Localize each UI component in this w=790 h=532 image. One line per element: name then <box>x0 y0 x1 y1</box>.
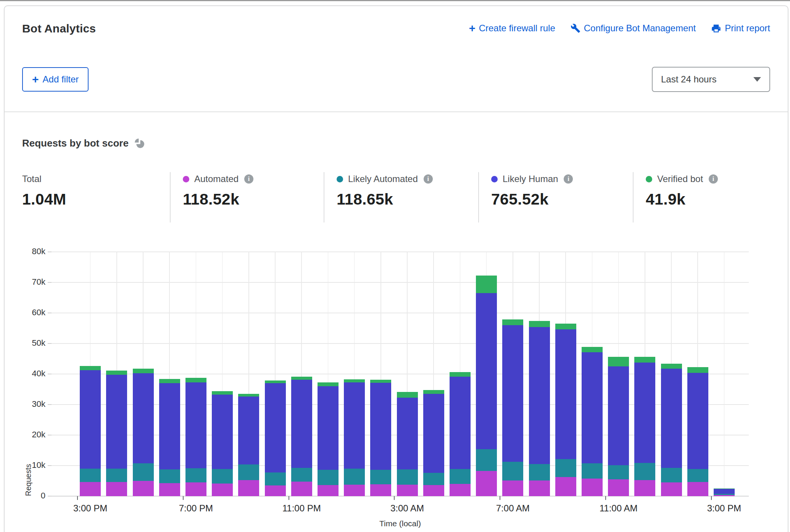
bar-5-00-am[interactable] <box>450 372 471 496</box>
bar-10-00-am[interactable] <box>582 347 603 496</box>
bar-12-00-pm[interactable] <box>634 357 655 496</box>
segment-likely-human <box>714 489 735 494</box>
segment-verified-bot <box>423 390 444 394</box>
x-tick-mark <box>394 496 395 500</box>
segment-automated <box>555 477 576 496</box>
bar-9-00-am[interactable] <box>555 324 576 496</box>
segment-likely-human <box>106 375 127 469</box>
info-icon[interactable]: i <box>564 174 573 184</box>
x-tick-mark <box>500 496 500 500</box>
segment-likely-human <box>291 380 312 468</box>
segment-verified-bot <box>502 319 523 325</box>
segment-automated <box>80 482 101 496</box>
segment-likely-automated <box>159 469 180 484</box>
info-icon[interactable]: i <box>709 174 718 184</box>
segment-likely-automated <box>529 464 550 480</box>
chevron-down-icon <box>753 77 761 82</box>
segment-automated <box>291 482 312 496</box>
bar-11-00-pm[interactable] <box>291 377 312 496</box>
x-tick-label: 11:00 AM <box>600 503 638 514</box>
segment-likely-automated <box>133 463 154 481</box>
segment-verified-bot <box>265 380 286 383</box>
top-divider <box>0 0 790 1</box>
requests-by-bot-score-chart: 010k20k30k40k50k60k70k80k3:00 PM7:00 PM1… <box>52 252 749 496</box>
y-tick-mark <box>48 313 52 313</box>
segment-likely-human <box>370 383 391 470</box>
time-range-select[interactable]: Last 24 hours <box>652 67 770 92</box>
bar-6-00-pm[interactable] <box>159 379 180 496</box>
segment-verified-bot <box>318 382 339 386</box>
stat-likely-automated: Likely Automatedi118.65k <box>324 172 478 222</box>
segment-likely-automated <box>291 468 312 482</box>
stat-label: Likely Human <box>503 174 558 184</box>
x-tick-label: 7:00 AM <box>496 503 530 514</box>
segment-likely-human <box>423 394 444 473</box>
segment-likely-human <box>634 363 655 463</box>
segment-automated <box>238 480 259 496</box>
bar-10-00-pm[interactable] <box>265 380 286 496</box>
segment-likely-automated <box>476 449 497 471</box>
segment-automated <box>502 480 523 496</box>
bar-2-00-pm[interactable] <box>687 367 708 496</box>
segment-verified-bot <box>344 379 365 382</box>
x-axis-title: Time (local) <box>52 519 749 528</box>
x-tick-mark <box>289 496 289 500</box>
bar-3-00-pm[interactable] <box>714 488 735 496</box>
segment-likely-human <box>555 329 576 459</box>
x-tick-mark <box>183 496 184 500</box>
y-tick-mark <box>48 251 52 252</box>
segment-likely-human <box>318 386 339 470</box>
bar-8-00-am[interactable] <box>529 321 550 496</box>
segment-likely-human <box>450 377 471 469</box>
segment-verified-bot <box>582 347 603 352</box>
stat-label: Likely Automated <box>348 174 418 184</box>
bar-7-00-am[interactable] <box>502 319 523 496</box>
create-firewall-rule-label: Create firewall rule <box>479 23 555 34</box>
segment-verified-bot <box>687 367 708 373</box>
create-firewall-rule-link[interactable]: + Create firewall rule <box>469 23 555 34</box>
stat-label: Total <box>22 174 42 184</box>
segment-automated <box>106 482 127 496</box>
bar-7-00-pm[interactable] <box>185 378 206 496</box>
stat-likely-human: Likely Humani765.52k <box>478 172 633 222</box>
stat-verified-bot: Verified boti41.9k <box>633 172 770 222</box>
gridline <box>52 313 749 313</box>
segment-likely-human <box>661 369 682 468</box>
bar-1-00-am[interactable] <box>344 379 365 496</box>
info-icon[interactable]: i <box>424 174 433 184</box>
likely-automated-legend-dot <box>337 176 343 182</box>
y-tick-mark <box>48 496 52 497</box>
segment-verified-bot <box>159 379 180 383</box>
bar-11-00-am[interactable] <box>608 357 629 496</box>
likely-human-legend-dot <box>491 176 498 182</box>
bar-3-00-pm[interactable] <box>80 366 101 496</box>
page-title: Bot Analytics <box>22 22 96 35</box>
segment-likely-automated <box>212 469 233 484</box>
segment-likely-automated <box>661 468 682 482</box>
bar-6-00-am[interactable] <box>476 276 497 496</box>
bar-2-00-am[interactable] <box>370 380 391 496</box>
segment-likely-automated <box>397 469 418 485</box>
add-filter-button[interactable]: + Add filter <box>22 67 89 92</box>
segment-likely-automated <box>318 470 339 485</box>
time-range-value: Last 24 hours <box>661 74 716 85</box>
bar-9-00-pm[interactable] <box>238 394 259 496</box>
bar-3-00-am[interactable] <box>397 392 418 496</box>
y-tick-mark <box>48 282 52 283</box>
configure-bot-management-link[interactable]: Configure Bot Management <box>571 23 696 34</box>
y-tick-mark <box>48 374 52 374</box>
bar-1-00-pm[interactable] <box>661 364 682 496</box>
bar-4-00-pm[interactable] <box>106 371 127 496</box>
print-report-link[interactable]: Print report <box>711 23 770 34</box>
bar-4-00-am[interactable] <box>423 390 444 496</box>
stat-value: 765.52k <box>491 190 633 208</box>
segment-automated <box>265 485 286 496</box>
bar-12-00-am[interactable] <box>318 382 339 496</box>
bar-8-00-pm[interactable] <box>212 391 233 496</box>
segment-automated <box>344 485 365 496</box>
segment-automated <box>133 481 154 496</box>
info-icon[interactable]: i <box>244 174 253 184</box>
segment-likely-human <box>344 382 365 469</box>
bar-5-00-pm[interactable] <box>133 369 154 496</box>
y-axis-title: Requests <box>24 252 33 496</box>
